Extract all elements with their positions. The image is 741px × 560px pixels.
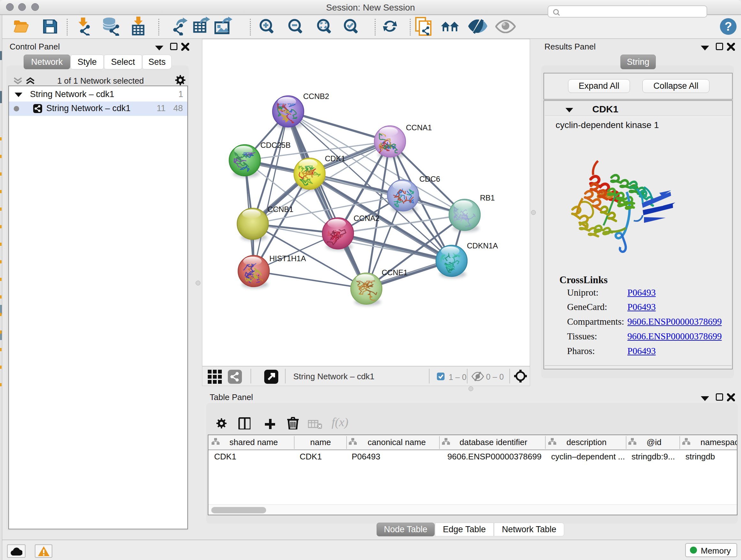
svg-text:RB1: RB1 [480, 193, 495, 202]
svg-text:CCNA2: CCNA2 [354, 214, 380, 223]
svg-text:CCNB2: CCNB2 [303, 92, 329, 101]
svg-text:CDC6: CDC6 [419, 175, 440, 183]
svg-text:HIST1H1A: HIST1H1A [269, 254, 306, 263]
svg-text:CCNA1: CCNA1 [406, 123, 432, 132]
svg-text:CDC25B: CDC25B [260, 141, 291, 149]
svg-text:CCNB1: CCNB1 [267, 205, 293, 213]
svg-text:CDK1: CDK1 [325, 154, 345, 163]
svg-text:CCNE1: CCNE1 [382, 268, 408, 277]
svg-text:?: ? [724, 20, 732, 33]
svg-text:CDKN1A: CDKN1A [467, 241, 498, 250]
